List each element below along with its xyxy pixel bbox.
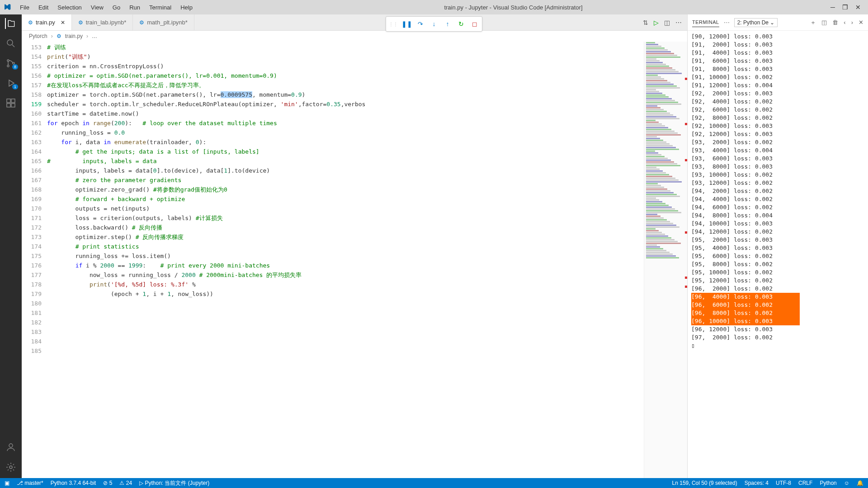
terminal-panel: TERMINAL ⋯ 2: Python De ⌄ ＋ ◫ 🗑 ‹ › ✕ [9… — [687, 14, 868, 478]
titlebar: FileEditSelectionViewGoRunTerminalHelp t… — [0, 0, 868, 14]
svg-rect-6 — [7, 103, 10, 107]
close-button[interactable]: ✕ — [855, 4, 861, 11]
search-icon[interactable] — [5, 38, 16, 49]
python-env[interactable]: Python 3.7.4 64-bit — [51, 480, 96, 486]
terminal-line: [96, 8000] loss: 0.002 — [691, 309, 864, 317]
breadcrumb-folder[interactable]: Pytorch — [29, 33, 47, 39]
eol[interactable]: CRLF — [798, 480, 812, 486]
vscode-logo-icon — [4, 4, 11, 11]
step-into-icon[interactable]: ↓ — [428, 18, 440, 30]
close-panel-icon[interactable]: ✕ — [859, 19, 863, 26]
step-over-icon[interactable]: ↷ — [414, 18, 427, 30]
terminal-line: [96, 12000] loss: 0.003 — [691, 325, 864, 333]
next-terminal-icon[interactable]: › — [851, 19, 853, 26]
terminal-line: [91, 4000] loss: 0.003 — [691, 49, 864, 57]
terminal-output[interactable]: [90, 12000] loss: 0.003[91, 2000] loss: … — [688, 31, 868, 478]
minimap[interactable] — [644, 42, 687, 478]
code-content[interactable]: # 训练print("训练")criterion = nn.CrossEntro… — [47, 42, 644, 478]
terminal-line: [91, 6000] loss: 0.003 — [691, 57, 864, 65]
tab-math_plt-ipynb[interactable]: ⚙math_plt.ipynb* — [133, 14, 194, 30]
minimize-button[interactable]: ─ — [830, 4, 835, 11]
line-gutter: 1531541551561571581591601611621631641651… — [22, 42, 47, 478]
encoding[interactable]: UTF-8 — [776, 480, 791, 486]
debug-badge: 1 — [12, 84, 18, 89]
language-mode[interactable]: Python — [820, 480, 836, 486]
terminal-line: [94, 6000] loss: 0.002 — [691, 203, 864, 211]
terminal-line: [95, 6000] loss: 0.002 — [691, 252, 864, 260]
account-icon[interactable] — [5, 442, 16, 453]
terminal-line: [93, 4000] loss: 0.004 — [691, 146, 864, 155]
terminal-line: [93, 2000] loss: 0.002 — [691, 138, 864, 146]
terminal-line: [94, 4000] loss: 0.002 — [691, 195, 864, 203]
terminal-header: TERMINAL ⋯ 2: Python De ⌄ ＋ ◫ 🗑 ‹ › ✕ — [688, 14, 868, 31]
drag-grip-icon[interactable]: ⋮⋮ — [387, 18, 400, 30]
terminal-line: [95, 2000] loss: 0.003 — [691, 236, 864, 244]
svg-rect-7 — [11, 103, 15, 107]
kill-terminal-icon[interactable]: 🗑 — [832, 19, 838, 26]
menu-go[interactable]: Go — [109, 2, 124, 13]
source-control-icon[interactable]: 8 — [5, 58, 16, 69]
extensions-icon[interactable] — [5, 98, 16, 108]
debug-icon[interactable]: 1 — [5, 78, 16, 89]
menu-edit[interactable]: Edit — [35, 2, 52, 13]
remote-indicator[interactable]: ▣ — [5, 480, 9, 486]
settings-gear-icon[interactable] — [5, 462, 16, 473]
debug-config[interactable]: ▷ Python: 当前文件 (Jupyter) — [139, 479, 209, 487]
terminal-line: [96, 2000] loss: 0.002 — [691, 285, 864, 293]
more-terminals-icon[interactable]: ⋯ — [724, 19, 730, 26]
menu-file[interactable]: File — [16, 2, 33, 13]
tab-label: train.py — [36, 19, 55, 26]
terminal-line: [92, 12000] loss: 0.003 — [691, 130, 864, 138]
stop-icon[interactable]: ◻ — [468, 18, 481, 30]
terminal-line: [93, 8000] loss: 0.003 — [691, 163, 864, 171]
more-actions-icon[interactable]: ⋯ — [675, 19, 682, 26]
compare-changes-icon[interactable]: ⇅ — [643, 19, 648, 26]
code-editor[interactable]: 1531541551561571581591601611621631641651… — [22, 42, 687, 478]
menu-help[interactable]: Help — [177, 2, 196, 13]
terminal-line: [93, 6000] loss: 0.003 — [691, 155, 864, 163]
tab-label: train_lab.ipynb* — [86, 19, 127, 26]
step-out-icon[interactable]: ↑ — [441, 18, 454, 30]
terminal-line: [96, 6000] loss: 0.002 — [691, 301, 864, 309]
split-editor-icon[interactable]: ◫ — [664, 19, 670, 26]
git-branch[interactable]: ⎇ master* — [17, 480, 43, 486]
menu-run[interactable]: Run — [126, 2, 144, 13]
chevron-right-icon: › — [51, 33, 53, 39]
terminal-line: [94, 10000] loss: 0.003 — [691, 220, 864, 228]
explorer-icon[interactable] — [5, 18, 16, 29]
split-terminal-icon[interactable]: ◫ — [821, 19, 827, 26]
cursor-position[interactable]: Ln 159, Col 50 (9 selected) — [672, 480, 737, 486]
problems-errors[interactable]: ⊘ 5 — [103, 480, 112, 486]
terminal-line: [95, 8000] loss: 0.002 — [691, 260, 864, 268]
breadcrumb-file[interactable]: train.py — [65, 33, 83, 39]
terminal-line: [92, 6000] loss: 0.002 — [691, 106, 864, 114]
menu-view[interactable]: View — [87, 2, 107, 13]
notifications-icon[interactable]: 🔔 — [857, 480, 863, 486]
menu-selection[interactable]: Selection — [54, 2, 85, 13]
indentation[interactable]: Spaces: 4 — [745, 480, 769, 486]
terminal-line: [93, 12000] loss: 0.002 — [691, 179, 864, 187]
menu-terminal[interactable]: Terminal — [146, 2, 175, 13]
pause-icon[interactable]: ❚❚ — [401, 18, 413, 30]
tab-train_lab-ipynb[interactable]: ⚙train_lab.ipynb* — [72, 14, 133, 30]
svg-point-2 — [7, 65, 9, 67]
run-icon[interactable]: ▷ — [654, 19, 659, 26]
breadcrumb[interactable]: Pytorch › ⚙ train.py › … — [22, 31, 687, 42]
new-terminal-icon[interactable]: ＋ — [810, 19, 816, 27]
debug-toolbar[interactable]: ⋮⋮ ❚❚ ↷ ↓ ↑ ↻ ◻ — [386, 16, 482, 32]
restart-icon[interactable]: ↻ — [455, 18, 467, 30]
breadcrumb-more[interactable]: … — [92, 33, 97, 39]
svg-point-0 — [7, 40, 13, 45]
prev-terminal-icon[interactable]: ‹ — [844, 19, 845, 26]
maximize-button[interactable]: ❐ — [842, 4, 848, 11]
chevron-right-icon: › — [86, 33, 88, 39]
terminal-tab[interactable]: TERMINAL — [692, 18, 719, 27]
terminal-line: [95, 12000] loss: 0.002 — [691, 277, 864, 285]
feedback-icon[interactable]: ☺ — [844, 480, 849, 486]
status-bar: ▣ ⎇ master* Python 3.7.4 64-bit ⊘ 5 ⚠ 24… — [0, 478, 868, 488]
terminal-line: [90, 12000] loss: 0.003 — [691, 33, 864, 41]
terminal-selector[interactable]: 2: Python De ⌄ — [734, 18, 778, 27]
tab-train-py[interactable]: ⚙train.py✕ — [22, 14, 72, 30]
close-tab-icon[interactable]: ✕ — [61, 19, 65, 26]
problems-warnings[interactable]: ⚠ 24 — [119, 480, 132, 486]
